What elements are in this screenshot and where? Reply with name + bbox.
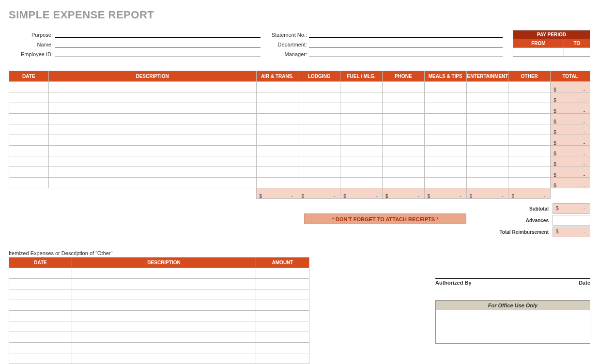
expense-cell[interactable]: [340, 135, 383, 146]
expense-cell[interactable]: [256, 156, 298, 167]
itemized-cell[interactable]: [72, 279, 256, 289]
department-input[interactable]: [309, 40, 503, 47]
expense-cell[interactable]: [424, 103, 466, 114]
expense-cell[interactable]: [508, 146, 551, 156]
itemized-cell[interactable]: [72, 289, 256, 300]
itemized-cell[interactable]: [256, 300, 309, 311]
expense-cell[interactable]: [383, 156, 425, 167]
expense-cell[interactable]: [466, 146, 508, 156]
expense-cell[interactable]: [508, 167, 551, 178]
expense-cell[interactable]: [424, 178, 466, 188]
expense-cell[interactable]: [466, 114, 508, 124]
pay-period-from-input[interactable]: [513, 48, 564, 57]
expense-cell[interactable]: [256, 146, 298, 156]
expense-cell[interactable]: [9, 167, 49, 178]
expense-cell[interactable]: [256, 114, 298, 124]
expense-cell[interactable]: [340, 167, 383, 178]
expense-cell[interactable]: [48, 146, 256, 156]
itemized-cell[interactable]: [9, 332, 72, 343]
expense-cell[interactable]: [508, 114, 551, 124]
expense-cell[interactable]: [466, 92, 508, 103]
expense-cell[interactable]: [466, 167, 508, 178]
expense-cell[interactable]: [298, 167, 340, 178]
itemized-cell[interactable]: [9, 311, 72, 321]
expense-cell[interactable]: [48, 156, 256, 167]
itemized-cell[interactable]: [256, 332, 309, 343]
expense-cell[interactable]: [340, 92, 383, 103]
expense-cell[interactable]: [340, 156, 383, 167]
expense-cell[interactable]: [383, 178, 425, 188]
employee-id-input[interactable]: [55, 49, 261, 57]
expense-cell[interactable]: [9, 146, 49, 156]
itemized-cell[interactable]: [72, 300, 256, 311]
expense-cell[interactable]: [298, 92, 340, 103]
expense-cell[interactable]: [298, 135, 340, 146]
itemized-cell[interactable]: [256, 289, 309, 300]
expense-cell[interactable]: [383, 114, 425, 124]
expense-cell[interactable]: [466, 124, 508, 135]
expense-cell[interactable]: [383, 146, 425, 156]
expense-cell[interactable]: [298, 146, 340, 156]
expense-cell[interactable]: [383, 82, 425, 92]
expense-cell[interactable]: [340, 82, 383, 92]
expense-cell[interactable]: [48, 82, 256, 92]
expense-cell[interactable]: [9, 114, 49, 124]
expense-cell[interactable]: [9, 92, 49, 103]
itemized-cell[interactable]: [9, 268, 72, 279]
expense-cell[interactable]: [48, 135, 256, 146]
expense-cell[interactable]: [340, 103, 383, 114]
expense-cell[interactable]: [383, 124, 425, 135]
expense-cell[interactable]: [298, 178, 340, 188]
expense-cell[interactable]: [508, 92, 551, 103]
itemized-cell[interactable]: [9, 279, 72, 289]
expense-cell[interactable]: [508, 103, 551, 114]
expense-cell[interactable]: [424, 167, 466, 178]
itemized-cell[interactable]: [72, 321, 256, 332]
expense-cell[interactable]: [298, 114, 340, 124]
expense-cell[interactable]: [256, 178, 298, 188]
itemized-cell[interactable]: [9, 343, 72, 353]
expense-cell[interactable]: [424, 124, 466, 135]
pay-period-to-input[interactable]: [564, 48, 590, 57]
expense-cell[interactable]: [424, 146, 466, 156]
expense-cell[interactable]: [466, 103, 508, 114]
expense-cell[interactable]: [466, 135, 508, 146]
advances-input[interactable]: [553, 215, 590, 226]
itemized-cell[interactable]: [72, 268, 256, 279]
manager-input[interactable]: [309, 49, 503, 57]
expense-cell[interactable]: [256, 103, 298, 114]
expense-cell[interactable]: [9, 124, 49, 135]
itemized-cell[interactable]: [72, 311, 256, 321]
itemized-cell[interactable]: [72, 353, 256, 364]
itemized-cell[interactable]: [9, 300, 72, 311]
purpose-input[interactable]: [55, 30, 261, 38]
expense-cell[interactable]: [340, 178, 383, 188]
itemized-cell[interactable]: [256, 311, 309, 321]
expense-cell[interactable]: [9, 156, 49, 167]
itemized-cell[interactable]: [256, 321, 309, 332]
name-input[interactable]: [55, 40, 261, 47]
itemized-cell[interactable]: [256, 268, 309, 279]
expense-cell[interactable]: [256, 82, 298, 92]
expense-cell[interactable]: [48, 167, 256, 178]
expense-cell[interactable]: [424, 92, 466, 103]
expense-cell[interactable]: [9, 178, 49, 188]
itemized-cell[interactable]: [9, 321, 72, 332]
expense-cell[interactable]: [424, 135, 466, 146]
expense-cell[interactable]: [383, 103, 425, 114]
expense-cell[interactable]: [9, 82, 49, 92]
expense-cell[interactable]: [9, 135, 49, 146]
itemized-cell[interactable]: [256, 353, 309, 364]
expense-cell[interactable]: [298, 156, 340, 167]
expense-cell[interactable]: [298, 103, 340, 114]
expense-cell[interactable]: [508, 156, 551, 167]
expense-cell[interactable]: [48, 178, 256, 188]
expense-cell[interactable]: [340, 114, 383, 124]
expense-cell[interactable]: [424, 156, 466, 167]
expense-cell[interactable]: [256, 167, 298, 178]
itemized-cell[interactable]: [72, 343, 256, 353]
expense-cell[interactable]: [256, 124, 298, 135]
itemized-cell[interactable]: [72, 332, 256, 343]
expense-cell[interactable]: [424, 82, 466, 92]
expense-cell[interactable]: [383, 92, 425, 103]
